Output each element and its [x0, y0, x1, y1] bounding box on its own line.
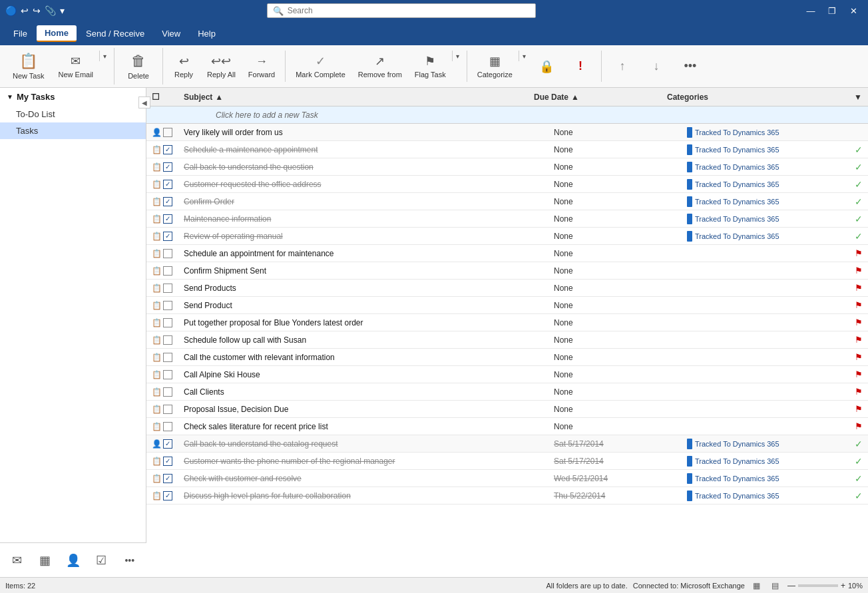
task-row[interactable]: 📋✓Maintenance informationNoneTracked To …: [146, 210, 868, 228]
task-checkbox[interactable]: ✓: [163, 457, 172, 466]
nav-more-button[interactable]: •••: [118, 548, 141, 572]
task-row[interactable]: 👤Very likely will order from usNoneTrack…: [146, 124, 868, 141]
task-row[interactable]: 📋Proposal Issue, Decision DueNone⚑: [146, 401, 868, 418]
task-checkbox[interactable]: [163, 422, 172, 431]
task-checkbox[interactable]: ✓: [163, 474, 172, 483]
task-row[interactable]: 📋Call the customer with relevant informa…: [146, 349, 868, 366]
task-row[interactable]: 📋Schedule follow up call with SusanNone⚑: [146, 331, 868, 349]
task-row[interactable]: 📋✓Schedule a maintenance appointmentNone…: [146, 141, 868, 158]
task-row[interactable]: 📋✓Confirm OrderNoneTracked To Dynamics 3…: [146, 193, 868, 210]
zoom-out-button[interactable]: —: [787, 581, 795, 590]
task-checkbox[interactable]: [163, 335, 172, 345]
remove-from-list-button[interactable]: ↗ Remove from: [352, 51, 408, 82]
new-task-button[interactable]: 📋 New Task: [5, 48, 51, 85]
task-row[interactable]: 👤✓Call back to understand the catalog re…: [146, 435, 868, 453]
task-checkbox[interactable]: ✓: [163, 439, 172, 449]
forward-button[interactable]: → Forward: [242, 51, 281, 82]
task-row[interactable]: 📋✓Call back to understand the questionNo…: [146, 158, 868, 176]
reply-button[interactable]: ↩ Reply: [167, 51, 200, 82]
task-checkbox[interactable]: ✓: [163, 491, 172, 500]
redo-icon[interactable]: ↪: [33, 5, 41, 16]
task-checkbox[interactable]: [163, 370, 172, 379]
task-row[interactable]: 📋✓Review of operating manualNoneTracked …: [146, 228, 868, 245]
close-button[interactable]: ✕: [844, 4, 863, 17]
task-checkbox[interactable]: [163, 301, 172, 310]
task-row[interactable]: 📋✓Check with customer and resolveWed 5/2…: [146, 470, 868, 487]
nav-people-button[interactable]: 👤: [62, 548, 85, 572]
task-row[interactable]: 📋✓Discuss high level plans for future co…: [146, 487, 868, 504]
my-tasks-section[interactable]: ▼ My Tasks: [0, 88, 146, 106]
add-task-row[interactable]: Click here to add a new Task: [146, 106, 868, 124]
menu-home[interactable]: Home: [37, 25, 77, 42]
task-checkbox[interactable]: [163, 318, 172, 327]
nav-calendar-button[interactable]: ▦: [33, 548, 56, 572]
dropdown-icon[interactable]: ▾: [60, 5, 65, 16]
task-row[interactable]: 📋Call Alpine Ski HouseNone⚑: [146, 366, 868, 383]
flag-task-button[interactable]: ⚑ Flag Task: [409, 51, 452, 82]
task-checkbox[interactable]: [163, 387, 172, 397]
restore-button[interactable]: ❐: [823, 4, 841, 17]
lock-button[interactable]: 🔒: [530, 56, 563, 77]
sidebar-item-tasks[interactable]: Tasks: [0, 122, 146, 139]
header-duedate[interactable]: Due Date ▲: [529, 93, 662, 102]
header-filter[interactable]: ▼: [848, 93, 868, 102]
reply-all-button[interactable]: ↩↩ Reply All: [201, 51, 242, 82]
categorize-icon: ▦: [489, 54, 501, 69]
sidebar-item-to-do-list[interactable]: To-Do List: [0, 106, 146, 122]
task-row[interactable]: 📋✓Customer wants the phone number of the…: [146, 453, 868, 470]
more-options-button[interactable]: •••: [674, 56, 707, 77]
task-row[interactable]: 📋Call ClientsNone⚑: [146, 383, 868, 401]
nav-mail-button[interactable]: ✉: [5, 548, 28, 572]
menu-send-receive[interactable]: Send / Receive: [78, 26, 152, 41]
task-col-check: 📋: [146, 387, 178, 397]
task-checkbox[interactable]: ✓: [163, 232, 172, 241]
zoom-in-button[interactable]: +: [841, 581, 845, 590]
menu-file[interactable]: File: [5, 26, 35, 41]
task-row[interactable]: 📋✓Customer requested the office addressN…: [146, 176, 868, 193]
task-row[interactable]: 📋Schedule an appointment for maintenance…: [146, 245, 868, 262]
view-reading-button[interactable]: ▤: [769, 579, 782, 592]
new-email-button[interactable]: ✉ New Email: [52, 51, 99, 82]
new-email-arrow[interactable]: ▾: [99, 51, 110, 61]
flag-task-arrow[interactable]: ▾: [452, 51, 463, 61]
header-categories[interactable]: Categories: [662, 93, 848, 102]
task-checkbox[interactable]: ✓: [163, 180, 172, 189]
nav-tasks-button[interactable]: ☑: [90, 548, 112, 572]
categorize-button[interactable]: ▦ Categorize: [471, 51, 519, 82]
task-checkbox[interactable]: [163, 128, 172, 137]
task-checkbox[interactable]: ✓: [163, 145, 172, 154]
view-normal-button[interactable]: ▦: [750, 579, 763, 592]
menu-help[interactable]: Help: [190, 26, 224, 41]
task-row[interactable]: 📋Send ProductsNone⚑: [146, 280, 868, 297]
task-checkbox[interactable]: [163, 249, 172, 258]
categorize-arrow[interactable]: ▾: [519, 51, 529, 61]
header-subject[interactable]: Subject ▲: [178, 93, 529, 102]
search-box[interactable]: 🔍: [267, 3, 537, 18]
task-due-date: None: [554, 180, 573, 189]
task-checkbox[interactable]: [163, 405, 172, 414]
task-checkbox[interactable]: ✓: [163, 162, 172, 172]
undo-icon[interactable]: ↩: [21, 5, 29, 16]
delete-button[interactable]: 🗑 Delete: [118, 48, 158, 85]
task-col-check: 📋✓: [146, 145, 178, 154]
mark-complete-button[interactable]: ✓ Mark Complete: [290, 51, 351, 82]
move-down-button[interactable]: ↓: [640, 56, 673, 77]
sidebar-collapse-button[interactable]: ◀: [138, 97, 150, 108]
importance-button[interactable]: !: [564, 56, 597, 77]
task-row[interactable]: 📋Put together proposal for Blue Yonders …: [146, 314, 868, 331]
item-count: Items: 22: [5, 582, 35, 590]
minimize-button[interactable]: —: [801, 4, 820, 17]
task-row[interactable]: 📋Send ProductNone⚑: [146, 297, 868, 314]
task-checkbox[interactable]: ✓: [163, 197, 172, 206]
clip-icon[interactable]: 📎: [45, 5, 56, 16]
move-up-button[interactable]: ↑: [606, 56, 639, 77]
zoom-slider[interactable]: [798, 584, 838, 587]
menu-view[interactable]: View: [154, 26, 188, 41]
search-input[interactable]: [288, 6, 531, 15]
task-checkbox[interactable]: ✓: [163, 214, 172, 224]
task-checkbox[interactable]: [163, 284, 172, 293]
task-checkbox[interactable]: [163, 266, 172, 276]
task-row[interactable]: 📋Confirm Shipment SentNone⚑: [146, 262, 868, 280]
task-checkbox[interactable]: [163, 353, 172, 362]
task-row[interactable]: 📋Check sales literature for recent price…: [146, 418, 868, 435]
